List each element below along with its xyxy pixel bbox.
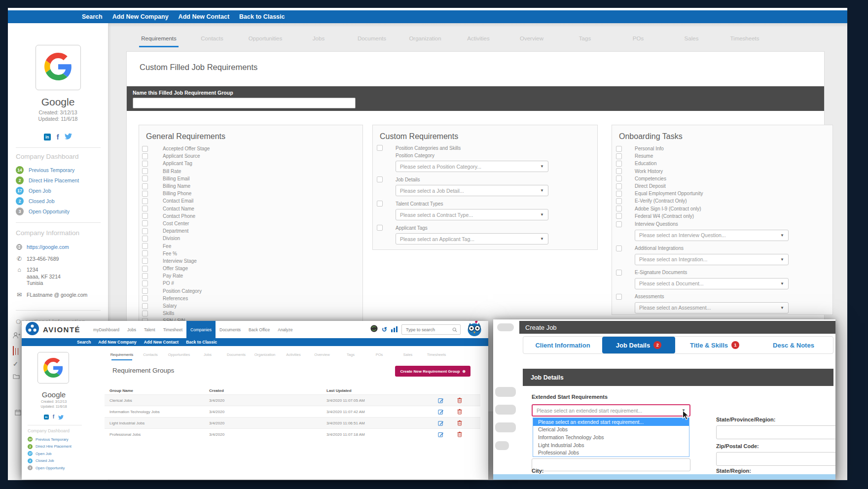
tab[interactable]: Opportunities: [165, 350, 193, 360]
dialog-tab[interactable]: Job Details 2: [602, 337, 675, 353]
tab[interactable]: Timesheets: [422, 350, 451, 360]
delete-icon[interactable]: [450, 409, 470, 415]
create-requirement-group-button[interactable]: Create New Requirement Group ⊕: [395, 366, 470, 377]
checkbox[interactable]: [142, 311, 148, 316]
group-select[interactable]: Please select a Position Category... ▼: [396, 161, 548, 172]
dialog-tab[interactable]: Desc & Notes: [754, 337, 833, 353]
group-select[interactable]: Please select a Document... ▼: [635, 278, 789, 289]
group-select[interactable]: Please select an Assessment... ▼: [635, 302, 789, 314]
top-nav-link[interactable]: Search: [82, 13, 103, 20]
dashboard-item[interactable]: 3 Open Opportunity: [28, 465, 72, 470]
checkbox[interactable]: [616, 294, 622, 300]
checkbox[interactable]: [142, 198, 148, 204]
checkbox[interactable]: [142, 191, 148, 197]
website-link[interactable]: https://google.com: [27, 244, 69, 250]
delete-icon[interactable]: [450, 420, 470, 426]
dropdown-option[interactable]: Light Industrial Jobs: [533, 441, 689, 449]
tab[interactable]: Overview: [505, 31, 558, 47]
tab[interactable]: Timesheets: [718, 31, 771, 47]
dropdown-option[interactable]: Please select an extended start requirem…: [533, 418, 689, 426]
dashboard-item[interactable]: 2 Closed Job: [28, 458, 72, 463]
checkbox[interactable]: [616, 270, 622, 276]
tab[interactable]: Activities: [279, 350, 308, 360]
sub-nav-link[interactable]: Back to Classic: [186, 340, 217, 345]
tab[interactable]: Jobs: [292, 31, 345, 47]
facebook-icon[interactable]: f: [53, 414, 54, 420]
dashboard-item[interactable]: 3 Open Opportunity: [16, 208, 79, 215]
group-select[interactable]: Please select a Job Detail... ▼: [396, 185, 548, 196]
dashboard-item[interactable]: 2 Direct Hire Placement: [28, 444, 72, 449]
checkbox[interactable]: [142, 250, 148, 256]
dialog-tab[interactable]: Client Information: [523, 337, 602, 353]
delete-icon[interactable]: [450, 431, 470, 437]
tab[interactable]: Sales: [665, 31, 718, 47]
tab[interactable]: Tags: [336, 350, 365, 360]
refresh-icon[interactable]: ↺: [382, 326, 387, 333]
edit-icon[interactable]: [432, 397, 450, 403]
tab[interactable]: Opportunities: [239, 31, 292, 47]
dashboard-item[interactable]: 14 Previous Temporary: [28, 437, 72, 442]
menu-item[interactable]: Talent: [140, 321, 159, 338]
create-job-title-bar[interactable]: Create Job: [519, 321, 835, 334]
dashboard-item[interactable]: 14 Previous Temporary: [16, 166, 79, 174]
menu-item[interactable]: Documents: [216, 321, 245, 338]
menu-item[interactable]: Jobs: [123, 321, 140, 338]
checkbox[interactable]: [616, 161, 622, 167]
checkbox[interactable]: [377, 201, 383, 207]
tab[interactable]: Contacts: [136, 350, 165, 360]
group-select[interactable]: Please select an Interview Question... ▼: [635, 230, 789, 241]
tab[interactable]: Tags: [558, 31, 612, 47]
checkbox[interactable]: [616, 146, 622, 152]
tab[interactable]: Documents: [222, 350, 251, 360]
tab[interactable]: Organization: [398, 31, 452, 47]
checkbox[interactable]: [142, 303, 148, 309]
linkedin-icon[interactable]: in: [44, 415, 49, 419]
globe-status-icon[interactable]: [370, 325, 378, 334]
checkbox[interactable]: [616, 221, 622, 227]
checkbox[interactable]: [377, 176, 383, 182]
dropdown-option[interactable]: Clerical Jobs: [533, 426, 689, 434]
checkbox[interactable]: [142, 236, 148, 242]
menu-item[interactable]: Companies: [186, 321, 216, 338]
tab[interactable]: POs: [612, 31, 665, 47]
tab[interactable]: Jobs: [193, 350, 222, 360]
checkbox[interactable]: [142, 280, 148, 286]
sub-nav-link[interactable]: Add New Company: [98, 340, 136, 345]
checkbox[interactable]: [616, 206, 622, 211]
tab[interactable]: Requirements: [132, 31, 185, 47]
checkbox[interactable]: [377, 225, 383, 231]
checkbox[interactable]: [142, 266, 148, 272]
chart-icon[interactable]: [391, 325, 398, 334]
address-input[interactable]: [532, 458, 690, 471]
sub-nav-link[interactable]: Search: [77, 340, 91, 345]
tab[interactable]: Documents: [345, 31, 398, 47]
checkbox[interactable]: [142, 146, 148, 152]
tab[interactable]: Contacts: [185, 31, 239, 47]
dashboard-item[interactable]: 17 Open Job: [28, 451, 72, 456]
checkbox[interactable]: [142, 153, 148, 159]
checkbox[interactable]: [142, 220, 148, 226]
checkbox[interactable]: [142, 206, 148, 211]
checkbox[interactable]: [616, 191, 622, 197]
esr-select[interactable]: Please select an extended start requirem…: [532, 404, 690, 417]
menu-item[interactable]: Analyze: [274, 321, 296, 338]
menu-item[interactable]: Back Office: [245, 321, 274, 338]
dashboard-item[interactable]: 2 Direct Hire Placement: [16, 176, 79, 184]
twitter-icon[interactable]: [65, 133, 72, 141]
checkbox[interactable]: [142, 243, 148, 249]
edit-icon[interactable]: [432, 431, 450, 437]
facebook-icon[interactable]: f: [57, 134, 59, 140]
tab[interactable]: Requirements: [108, 350, 136, 360]
tab[interactable]: POs: [365, 350, 394, 360]
delete-icon[interactable]: [450, 397, 470, 403]
checkbox[interactable]: [142, 295, 148, 301]
checkbox[interactable]: [142, 175, 148, 181]
checkbox[interactable]: [142, 183, 148, 189]
checkbox[interactable]: [616, 168, 622, 174]
checkbox[interactable]: [377, 145, 383, 151]
name-group-input[interactable]: [133, 98, 356, 108]
checkbox[interactable]: [142, 288, 148, 294]
top-nav-link[interactable]: Add New Contact: [179, 13, 229, 20]
checkbox[interactable]: [142, 258, 148, 264]
group-select[interactable]: Please select an Applicant Tag... ▼: [396, 233, 548, 244]
